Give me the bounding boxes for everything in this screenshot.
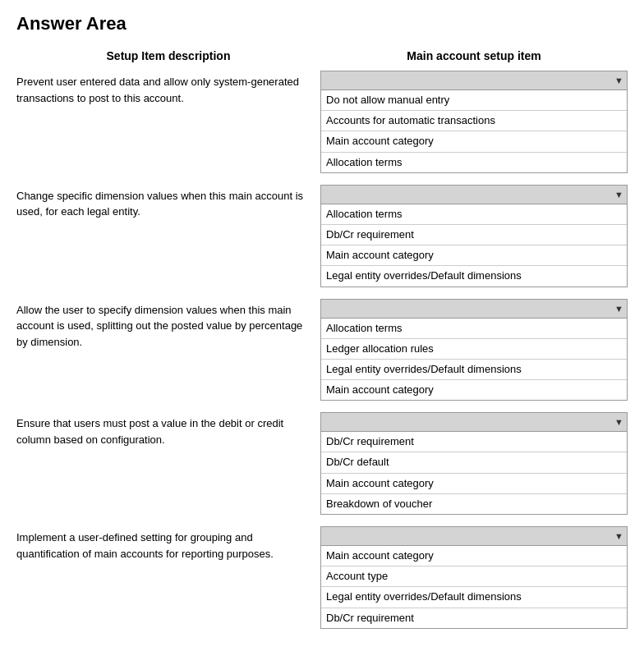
dropdown-item[interactable]: Accounts for automatic transactions	[321, 111, 627, 131]
dropdown-item[interactable]: Legal entity overrides/Default dimension…	[321, 360, 627, 380]
table-header: Setup Item description Main account setu…	[16, 49, 628, 62]
page-title: Answer Area	[16, 13, 628, 34]
table-row: Allow the user to specify dimension valu…	[16, 299, 628, 401]
dropdown-item[interactable]: Legal entity overrides/Default dimension…	[321, 587, 627, 608]
dropdown-header-3[interactable]: ▼	[320, 299, 628, 319]
dropdown-item[interactable]: Allocation terms	[321, 319, 627, 339]
dropdown-item[interactable]: Allocation terms	[321, 204, 627, 225]
question-description-1: Prevent user entered data and allow only…	[16, 71, 320, 106]
dropdown-item[interactable]: Do not allow manual entry	[321, 90, 627, 111]
dropdown-item[interactable]: Breakdown of voucher	[321, 494, 627, 514]
header-main-account-setup-item: Main account setup item	[320, 49, 628, 62]
question-description-3: Allow the user to specify dimension valu…	[16, 299, 320, 351]
dropdown-item[interactable]: Main account category	[321, 131, 627, 152]
dropdown-item[interactable]: Account type	[321, 566, 627, 587]
dropdown-item[interactable]: Main account category	[321, 245, 627, 266]
dropdown-item[interactable]: Db/Cr requirement	[321, 225, 627, 245]
chevron-down-icon: ▼	[614, 76, 623, 85]
dropdown-header-1[interactable]: ▼	[320, 71, 628, 90]
dropdown-item[interactable]: Db/Cr requirement	[321, 432, 627, 452]
questions-container: Prevent user entered data and allow only…	[16, 71, 628, 629]
dropdown-items-2: Allocation termsDb/Cr requirementMain ac…	[320, 204, 628, 287]
dropdown-header-4[interactable]: ▼	[320, 412, 628, 432]
dropdown-cell-5: ▼Main account categoryAccount typeLegal …	[320, 526, 628, 629]
question-description-5: Implement a user-defined setting for gro…	[16, 526, 320, 562]
dropdown-item[interactable]: Db/Cr default	[321, 452, 627, 473]
main-table: Setup Item description Main account setu…	[16, 49, 628, 629]
table-row: Prevent user entered data and allow only…	[16, 71, 628, 173]
dropdown-item[interactable]: Allocation terms	[321, 153, 627, 172]
chevron-down-icon: ▼	[614, 190, 623, 200]
dropdown-items-4: Db/Cr requirementDb/Cr defaultMain accou…	[320, 432, 628, 515]
dropdown-cell-1: ▼Do not allow manual entryAccounts for a…	[320, 71, 628, 173]
chevron-down-icon: ▼	[614, 531, 623, 541]
dropdown-items-3: Allocation termsLedger allocation rulesL…	[320, 319, 628, 401]
question-description-4: Ensure that users must post a value in t…	[16, 412, 320, 447]
dropdown-item[interactable]: Legal entity overrides/Default dimension…	[321, 266, 627, 286]
dropdown-header-5[interactable]: ▼	[320, 526, 628, 546]
header-setup-item-description: Setup Item description	[16, 49, 320, 62]
table-row: Change specific dimension values when th…	[16, 185, 628, 287]
chevron-down-icon: ▼	[614, 417, 623, 427]
dropdown-item[interactable]: Main account category	[321, 380, 627, 400]
dropdown-cell-4: ▼Db/Cr requirementDb/Cr defaultMain acco…	[320, 412, 628, 515]
dropdown-item[interactable]: Ledger allocation rules	[321, 339, 627, 360]
dropdown-item[interactable]: Db/Cr requirement	[321, 608, 627, 628]
dropdown-items-5: Main account categoryAccount typeLegal e…	[320, 546, 628, 629]
dropdown-items-1: Do not allow manual entryAccounts for au…	[320, 90, 628, 173]
dropdown-cell-3: ▼Allocation termsLedger allocation rules…	[320, 299, 628, 401]
table-row: Implement a user-defined setting for gro…	[16, 526, 628, 629]
question-description-2: Change specific dimension values when th…	[16, 185, 320, 220]
table-row: Ensure that users must post a value in t…	[16, 412, 628, 515]
dropdown-item[interactable]: Main account category	[321, 546, 627, 566]
dropdown-cell-2: ▼Allocation termsDb/Cr requirementMain a…	[320, 185, 628, 287]
chevron-down-icon: ▼	[614, 304, 623, 314]
dropdown-item[interactable]: Main account category	[321, 474, 627, 494]
dropdown-header-2[interactable]: ▼	[320, 185, 628, 204]
